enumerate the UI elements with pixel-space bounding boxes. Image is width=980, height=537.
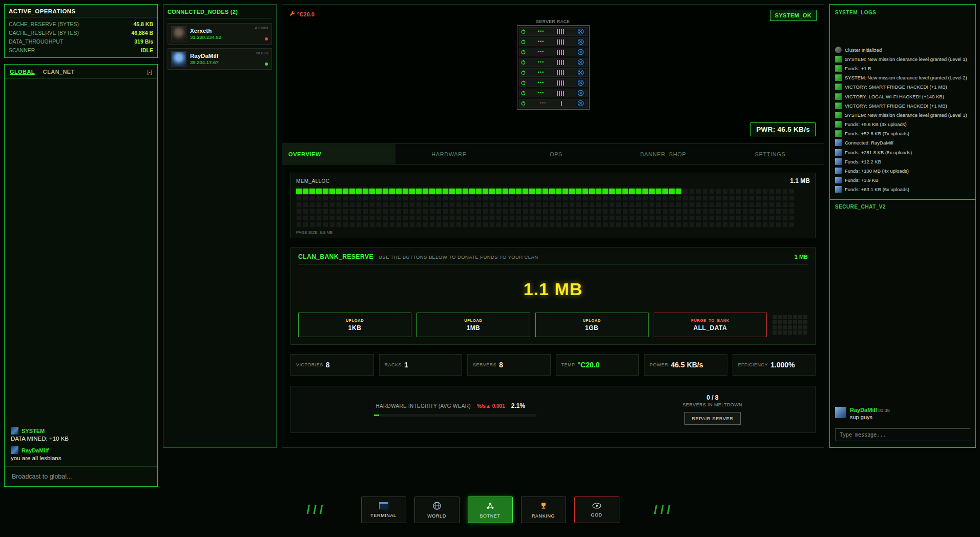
mem-cell (476, 215, 482, 221)
mem-cell (489, 189, 495, 194)
mem-cell (722, 195, 728, 201)
server-unit[interactable]: ••• (519, 89, 588, 97)
mem-cell (316, 215, 322, 221)
nav-botnet-button[interactable]: BOTNET (468, 497, 513, 523)
log-text: Funds: +52.8 KB (7x uploads) (845, 131, 909, 136)
mem-cell (736, 189, 741, 194)
server-terminate-icon[interactable] (576, 100, 585, 107)
server-unit[interactable]: ••• (519, 99, 588, 108)
server-unit[interactable]: ••• (519, 58, 588, 67)
nav-terminal-button[interactable]: TERMINAL (361, 497, 406, 523)
mem-cell (516, 209, 522, 214)
log-user-icon (835, 139, 842, 146)
minigrid-cell (773, 325, 777, 329)
mem-alloc-title: MEM_ALLOC (296, 178, 329, 184)
log-text: SYSTEM: New mission clearance level gran… (845, 112, 967, 118)
mem-cell (529, 189, 535, 194)
mem-cell (609, 189, 615, 194)
mem-cell (622, 189, 628, 194)
tab-hardware[interactable]: HARDWARE (395, 144, 503, 164)
mem-cell (449, 202, 455, 208)
secure-chat-nameline: RayDaMilf 01:38 (850, 407, 890, 413)
mem-cell (769, 202, 775, 208)
activity-dots-icon: ••• (540, 101, 546, 106)
mem-cell (536, 209, 541, 214)
mem-cell (449, 209, 455, 214)
tab-ops[interactable]: OPS (503, 144, 610, 164)
secure-chat-input-wrap (830, 424, 975, 447)
mem-cell (722, 202, 728, 208)
mem-cell (429, 202, 435, 208)
tab-banner-shop[interactable]: BANNER_SHOP (610, 144, 717, 164)
server-terminate-icon[interactable] (576, 38, 585, 45)
upload-1kb-button[interactable]: UPLOAD 1KB (298, 313, 411, 337)
minigrid-cell (803, 331, 807, 335)
server-unit[interactable]: ••• (519, 37, 588, 46)
server-terminate-icon[interactable] (576, 90, 585, 96)
chat-tab-global[interactable]: GLOBAL (10, 69, 35, 75)
mem-cell (716, 209, 721, 214)
mem-cell (323, 209, 328, 214)
purge-to-bank-button[interactable]: PURGE_TO_BANK ALL_DATA (654, 313, 767, 337)
node-card-xerxeth[interactable]: Xerxeth 31.220.234.92 ADMIN (168, 23, 272, 45)
nav-ranking-button[interactable]: RANKING (521, 497, 566, 523)
minigrid-cell (793, 315, 797, 319)
mem-cell (682, 222, 688, 228)
tab-settings[interactable]: SETTINGS (717, 144, 824, 164)
server-terminate-icon[interactable] (576, 49, 585, 55)
chat-collapse-button[interactable]: [-] (147, 69, 152, 75)
mem-cell (582, 189, 588, 194)
mem-cell (602, 215, 608, 221)
clan-bank-title: CLAN_BANK_RESERVE (298, 253, 373, 260)
server-terminate-icon[interactable] (576, 79, 585, 86)
nav-decor-left: /// (306, 503, 326, 517)
mem-cell (476, 209, 482, 214)
chat-tab-clan-net[interactable]: CLAN_NET (43, 69, 75, 75)
secure-chat-input[interactable] (835, 428, 970, 441)
mem-cell (369, 195, 375, 201)
mem-cell (389, 222, 395, 228)
mem-cell (536, 222, 541, 228)
activity-dots-icon: ••• (538, 70, 544, 75)
system-logs-title: SYSTEM_LOGS (830, 5, 975, 18)
minigrid-cell (803, 315, 807, 319)
mem-cell (629, 195, 635, 201)
mem-cell (622, 195, 628, 201)
mem-cell (756, 202, 761, 208)
mem-cell (503, 209, 508, 214)
active-operations-rows: CACHE_RESERVE (BYTES) 45.8 KB CACHE_RESE… (5, 17, 157, 57)
nav-god-button[interactable]: GOD (574, 497, 619, 523)
minigrid-cell (778, 320, 782, 324)
mem-cell (456, 209, 462, 214)
mem-cell (463, 215, 468, 221)
server-unit[interactable]: ••• (519, 68, 588, 77)
content-row: ACTIVE_OPERATIONS CACHE_RESERVE (BYTES) … (4, 4, 976, 487)
mem-cell (596, 195, 601, 201)
load-bars-icon (557, 39, 565, 45)
secure-chat-message-body: RayDaMilf 01:38 sup guys (850, 407, 890, 420)
mem-cell (716, 215, 721, 221)
mem-cell (416, 222, 422, 228)
log-text: VICTORY: LOCAL WI-FI HACKED! (+140 KB) (845, 94, 944, 99)
server-terminate-icon[interactable] (576, 69, 585, 76)
nav-decor-right: /// (654, 503, 674, 517)
mem-cell (329, 202, 335, 208)
mem-cell (543, 222, 548, 228)
upload-1mb-button[interactable]: UPLOAD 1MB (416, 313, 530, 337)
server-terminate-icon[interactable] (576, 28, 585, 35)
server-unit[interactable]: ••• (519, 48, 588, 56)
server-terminate-icon[interactable] (576, 59, 585, 66)
tab-overview[interactable]: OVERVIEW (282, 144, 395, 164)
nav-world-button[interactable]: WORLD (414, 497, 460, 523)
node-card-raydamilf[interactable]: RayDaMilf 39.204.17.67 NOOB (168, 48, 272, 70)
upload-label: 1GB (585, 324, 598, 332)
server-unit[interactable]: ••• (519, 78, 588, 87)
global-chat-input[interactable] (11, 472, 151, 481)
mem-cell (296, 189, 302, 194)
mem-cell (742, 189, 748, 194)
mem-cell (769, 209, 775, 214)
repair-server-button[interactable]: REPAIR SERVER (684, 412, 740, 425)
server-unit[interactable]: ••• (519, 27, 588, 36)
upload-1gb-button[interactable]: UPLOAD 1GB (535, 313, 649, 337)
stat-value: 1.000% (770, 361, 795, 369)
